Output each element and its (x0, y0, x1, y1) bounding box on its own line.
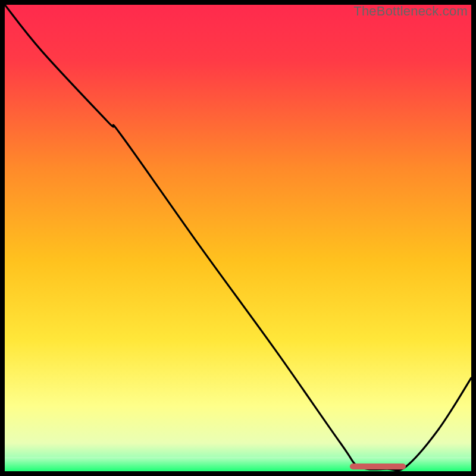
curve-path (5, 5, 471, 471)
optimal-marker (350, 464, 406, 469)
bottleneck-curve (5, 5, 471, 471)
chart-frame: TheBottleneck.com (0, 0, 476, 476)
watermark-label: TheBottleneck.com (353, 4, 468, 19)
plot-area (5, 5, 471, 471)
